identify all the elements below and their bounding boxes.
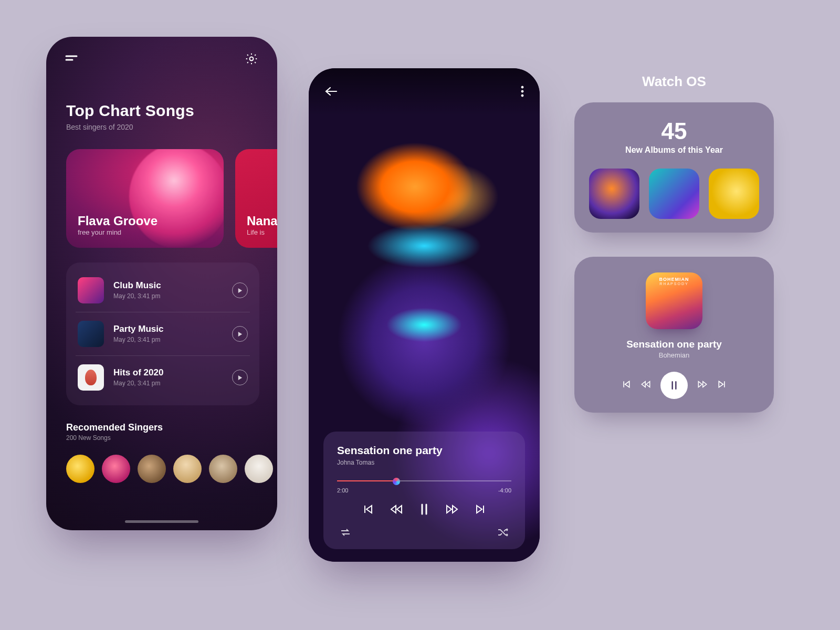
album-thumbs — [589, 169, 759, 219]
featured-title: Flava Groove — [78, 214, 212, 228]
featured-subtitle: free your mind — [78, 228, 212, 236]
phone-home-topbar — [46, 48, 277, 71]
featured-subtitle: Life is — [247, 228, 277, 236]
watch-player-card: BOHEMIAN RHAPSODY Sensation one party Bo… — [574, 257, 774, 413]
song-title: Hits of 2020 — [113, 368, 223, 378]
song-row[interactable]: Club Music May 20, 3:41 pm — [76, 269, 250, 312]
song-title: Club Music — [113, 280, 223, 291]
forward-icon[interactable] — [445, 503, 459, 517]
pause-icon[interactable] — [419, 503, 429, 518]
progress-slider[interactable] — [337, 478, 511, 484]
home-heading: Top Chart Songs Best singers of 2020 — [66, 102, 194, 131]
rewind-icon[interactable] — [640, 380, 651, 391]
avatar[interactable] — [209, 455, 237, 483]
featured-title: Nana — [247, 214, 277, 228]
song-meta: May 20, 3:41 pm — [113, 292, 160, 300]
recommended-subtitle: 200 New Songs — [66, 434, 163, 442]
watch-heading: Watch OS — [574, 74, 774, 90]
gear-icon[interactable] — [245, 52, 258, 68]
stat-value: 45 — [589, 118, 759, 144]
svg-point-2 — [521, 90, 523, 92]
forward-icon[interactable] — [697, 380, 708, 391]
rewind-icon[interactable] — [390, 503, 403, 517]
play-icon[interactable] — [232, 370, 248, 385]
play-icon[interactable] — [232, 326, 248, 342]
song-row[interactable]: Party Music May 20, 3:41 pm — [76, 312, 250, 356]
track-artist: Johna Tomas — [337, 459, 511, 466]
menu-icon[interactable] — [65, 54, 79, 66]
album-thumb[interactable] — [649, 169, 699, 219]
song-thumb — [78, 277, 104, 303]
phone-home: Top Chart Songs Best singers of 2020 Fla… — [46, 37, 277, 530]
watch-column: Watch OS 45 New Albums of this Year BOHE… — [574, 74, 774, 413]
more-icon[interactable] — [521, 86, 524, 99]
album-thumb[interactable] — [589, 169, 639, 219]
track-title: Sensation one party — [337, 444, 511, 457]
next-track-icon[interactable] — [717, 380, 727, 391]
cover-line1: BOHEMIAN — [659, 277, 689, 282]
home-indicator[interactable] — [125, 520, 198, 523]
song-meta: May 20, 3:41 pm — [113, 380, 160, 387]
prev-track-icon[interactable] — [622, 380, 631, 391]
player-topbar — [309, 82, 540, 103]
avatar[interactable] — [138, 455, 166, 483]
recommended-heading: Recomended Singers 200 New Songs — [66, 422, 163, 442]
page-title: Top Chart Songs — [66, 102, 194, 120]
recommended-avatars — [66, 455, 273, 483]
next-track-icon[interactable] — [475, 503, 486, 517]
watch-track-artist: Bohemian — [659, 351, 690, 359]
transport-controls — [337, 503, 511, 518]
featured-row: Flava Groove free your mind Nana Life is — [66, 149, 277, 248]
song-meta: May 20, 3:41 pm — [113, 336, 160, 343]
featured-card[interactable]: Flava Groove free your mind — [66, 149, 224, 248]
watch-stat-card: 45 New Albums of this Year — [574, 102, 774, 233]
recommended-title: Recomended Singers — [66, 422, 163, 433]
play-icon[interactable] — [232, 282, 248, 298]
svg-point-3 — [521, 94, 523, 97]
album-thumb[interactable] — [709, 169, 759, 219]
now-playing-card: Sensation one party Johna Tomas 2:00 -4:… — [323, 432, 525, 549]
song-row[interactable]: Hits of 2020 May 20, 3:41 pm — [76, 356, 250, 399]
page-subtitle: Best singers of 2020 — [66, 123, 194, 131]
album-cover[interactable]: BOHEMIAN RHAPSODY — [646, 272, 702, 329]
featured-card[interactable]: Nana Life is — [235, 149, 277, 248]
song-title: Party Music — [113, 324, 223, 334]
repeat-icon[interactable] — [339, 527, 352, 540]
song-thumb — [78, 321, 104, 347]
shuffle-icon[interactable] — [497, 527, 509, 540]
pause-button[interactable] — [660, 372, 688, 399]
avatar[interactable] — [66, 455, 94, 483]
cover-line2: RHAPSODY — [659, 282, 688, 286]
prev-track-icon[interactable] — [362, 503, 374, 517]
svg-point-0 — [250, 57, 254, 61]
svg-point-1 — [521, 86, 523, 88]
stat-label: New Albums of this Year — [589, 145, 759, 155]
avatar[interactable] — [102, 455, 130, 483]
song-thumb — [78, 364, 104, 391]
back-icon[interactable] — [324, 86, 338, 99]
watch-transport — [622, 372, 727, 399]
avatar[interactable] — [245, 455, 273, 483]
time-remaining: -4:00 — [498, 487, 511, 494]
phone-player: Sensation one party Johna Tomas 2:00 -4:… — [309, 68, 540, 562]
avatar[interactable] — [173, 455, 202, 483]
watch-track-title: Sensation one party — [626, 339, 722, 350]
time-elapsed: 2:00 — [337, 487, 348, 494]
song-list: Club Music May 20, 3:41 pm Party Music M… — [66, 262, 259, 405]
